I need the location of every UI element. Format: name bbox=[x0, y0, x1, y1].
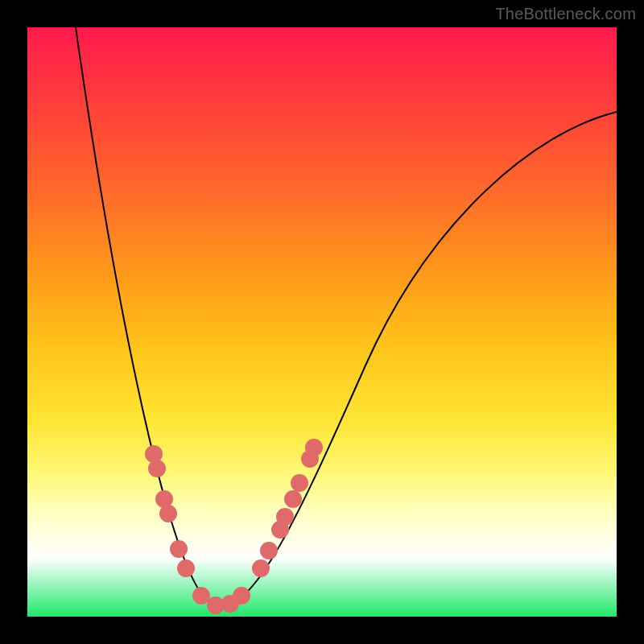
highlight-bead bbox=[159, 505, 177, 522]
chart-container: TheBottleneck.com bbox=[0, 0, 644, 644]
highlight-bead bbox=[252, 559, 270, 577]
highlight-bead bbox=[284, 490, 302, 508]
highlight-bead bbox=[260, 542, 278, 559]
highlight-bead bbox=[148, 460, 166, 477]
bottleneck-curve bbox=[76, 27, 617, 606]
highlight-bead bbox=[291, 474, 308, 492]
highlight-bead bbox=[233, 587, 250, 605]
highlight-bead bbox=[276, 508, 294, 526]
highlight-bead bbox=[305, 439, 323, 456]
highlight-bead bbox=[170, 540, 188, 558]
curve-svg bbox=[27, 27, 617, 617]
plot-area bbox=[27, 27, 617, 617]
highlight-bead bbox=[177, 559, 195, 577]
watermark-text: TheBottleneck.com bbox=[495, 5, 636, 23]
